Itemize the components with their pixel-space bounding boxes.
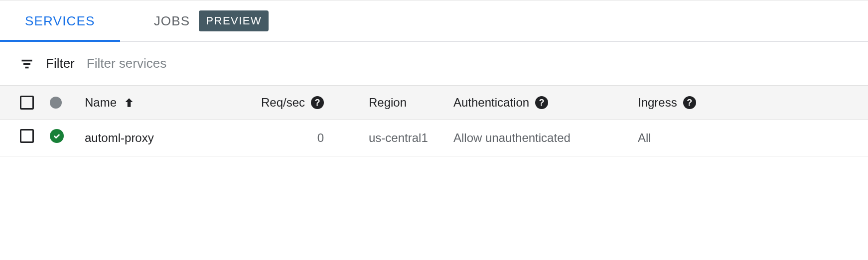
- filter-input[interactable]: [87, 56, 848, 71]
- cell-region: us-central1: [344, 129, 453, 147]
- tabs-bar: SERVICES JOBS PREVIEW: [0, 0, 868, 42]
- svg-rect-2: [25, 66, 29, 68]
- service-name-link[interactable]: automl-proxy: [85, 129, 224, 147]
- column-auth-label: Authentication: [453, 96, 529, 110]
- table-row: automl-proxy 0 us-central1 Allow unauthe…: [0, 120, 868, 156]
- help-icon[interactable]: ?: [311, 96, 324, 109]
- help-icon[interactable]: ?: [535, 96, 548, 109]
- tab-services-label: SERVICES: [25, 13, 95, 29]
- column-header-auth[interactable]: Authentication ?: [453, 96, 638, 110]
- tab-jobs-label: JOBS: [154, 13, 190, 29]
- sort-ascending-icon: [123, 96, 136, 109]
- tab-services[interactable]: SERVICES: [10, 0, 110, 41]
- column-header-region[interactable]: Region: [344, 96, 453, 110]
- column-region-label: Region: [369, 96, 407, 110]
- service-name: automl-proxy: [85, 131, 154, 144]
- table-header-row: Name Req/sec ? Region Authentication ? I…: [0, 86, 868, 120]
- column-req-label: Req/sec: [261, 96, 305, 110]
- filter-bar: Filter: [0, 42, 868, 86]
- preview-badge: PREVIEW: [199, 10, 269, 31]
- filter-icon: [20, 57, 34, 71]
- column-ingress-label: Ingress: [638, 96, 677, 110]
- column-header-name[interactable]: Name: [85, 96, 224, 110]
- column-name-label: Name: [85, 96, 117, 110]
- row-checkbox[interactable]: [20, 129, 34, 143]
- tab-jobs[interactable]: JOBS PREVIEW: [139, 0, 284, 41]
- column-header-ingress[interactable]: Ingress ?: [638, 96, 737, 110]
- status-column-icon: [50, 97, 62, 109]
- cell-req: 0: [224, 129, 344, 147]
- cell-auth: Allow unauthenticated: [453, 129, 638, 147]
- svg-rect-0: [22, 59, 32, 61]
- select-all-checkbox[interactable]: [20, 96, 34, 110]
- help-icon[interactable]: ?: [683, 96, 696, 109]
- filter-label: Filter: [46, 56, 75, 71]
- svg-rect-1: [23, 63, 30, 64]
- cell-ingress: All: [638, 129, 737, 147]
- services-table: Name Req/sec ? Region Authentication ? I…: [0, 86, 868, 156]
- status-ok-icon: [50, 129, 64, 143]
- column-header-req[interactable]: Req/sec ?: [224, 96, 344, 110]
